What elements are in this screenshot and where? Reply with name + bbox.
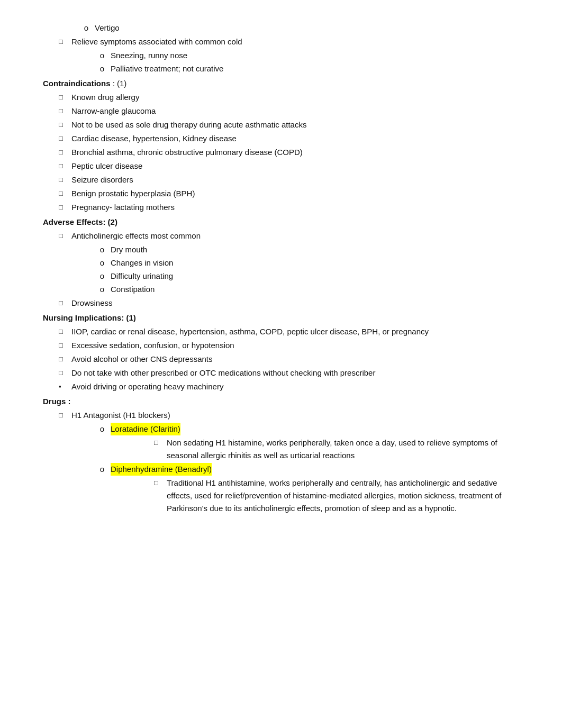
item-text: Changes in vision <box>111 257 173 269</box>
nursing-list: □ IIOP, cardiac or renal disease, hypert… <box>43 325 519 393</box>
top-section: o Vertigo <box>43 22 519 34</box>
list-item: □ Excessive sedation, confusion, or hypo… <box>59 339 519 352</box>
list-item: □ Relieve symptoms associated with commo… <box>59 35 519 48</box>
list-item: o Sneezing, runny nose <box>96 49 519 62</box>
bullet-symbol: □ <box>59 133 69 144</box>
item-text: Palliative treatment; not curative <box>111 62 223 75</box>
section-suffix: : (1) <box>111 79 127 88</box>
list-item: □ Peptic ulcer disease <box>59 160 519 172</box>
bullet-symbol: □ <box>59 410 69 421</box>
list-item: o Vertigo <box>80 22 519 34</box>
diphenhydramine-desc: □ Traditional H1 antihistamine, works pe… <box>96 477 519 515</box>
bullet-symbol: □ <box>59 298 69 309</box>
item-text: Sneezing, runny nose <box>111 49 187 62</box>
bullet-symbol: □ <box>59 106 69 117</box>
item-text: IIOP, cardiac or renal disease, hyperten… <box>71 325 519 338</box>
relieve-section: □ Relieve symptoms associated with commo… <box>43 35 519 75</box>
section-header: Nursing Implications: (1) <box>43 313 136 322</box>
drug-name-loratadine: Loratadine (Claritin) <box>111 423 180 435</box>
item-text: H1 Antagonist (H1 blockers) <box>71 409 519 422</box>
item-text: Vertigo <box>95 22 120 34</box>
list-item: □ Traditional H1 antihistamine, works pe… <box>154 477 519 515</box>
section-header: Adverse Effects: (2) <box>43 217 117 226</box>
list-item: o Difficulty urinating <box>96 270 519 283</box>
main-content: o Vertigo □ Relieve symptoms associated … <box>43 22 519 515</box>
item-text: Drowsiness <box>71 297 519 310</box>
item-text: Relieve symptoms associated with common … <box>71 35 519 48</box>
bullet-symbol: □ <box>59 326 69 338</box>
sub-items: o Sneezing, runny nose o Palliative trea… <box>59 49 519 75</box>
item-text: Bronchial asthma, chronic obstructive pu… <box>71 146 519 159</box>
adverse-effects-list: □ Anticholinergic effects most common o … <box>43 230 519 310</box>
loratadine-desc: □ Non sedating H1 histamine, works perip… <box>96 436 519 462</box>
list-item: o Palliative treatment; not curative <box>96 62 519 75</box>
list-item: □ Do not take with other prescribed or O… <box>59 367 519 379</box>
item-text: Seizure disorders <box>71 174 519 186</box>
drug-name-diphenhydramine: Diphenhydramine (Benadryl) <box>111 463 212 476</box>
drugs-header: Drugs : <box>43 397 71 406</box>
item-text: Traditional H1 antihistamine, works peri… <box>167 477 519 515</box>
item-text: Non sedating H1 histamine, works periphe… <box>167 436 519 462</box>
nursing-implications-section: Nursing Implications: (1) □ IIOP, cardia… <box>43 312 519 393</box>
item-text: Excessive sedation, confusion, or hypote… <box>71 339 519 352</box>
item-text: Constipation <box>111 283 155 296</box>
item-text: Avoid alcohol or other CNS depressants <box>71 353 519 366</box>
bullet-o: o <box>96 49 108 62</box>
bullet-symbol: ▪ <box>59 381 69 393</box>
item-text: Do not take with other prescribed or OTC… <box>71 367 519 379</box>
list-item: o Dry mouth <box>96 243 519 256</box>
list-item: o Constipation <box>96 283 519 296</box>
list-item: o Changes in vision <box>96 257 519 269</box>
item-text: Narrow-angle glaucoma <box>71 105 519 117</box>
list-item: □ Bronchial asthma, chronic obstructive … <box>59 146 519 159</box>
item-text: Not to be used as sole drug therapy duri… <box>71 119 519 131</box>
list-item: □ Avoid alcohol or other CNS depressants <box>59 353 519 366</box>
item-text: Pregnancy- lactating mothers <box>71 201 519 214</box>
drugs-section: Drugs : □ H1 Antagonist (H1 blockers) o … <box>43 395 519 515</box>
bullet-o: o <box>96 243 108 256</box>
list-item: □ Known drug allergy <box>59 91 519 104</box>
bullet-o: o <box>96 463 108 476</box>
list-item: □ Seizure disorders <box>59 174 519 186</box>
h1-antagonist-list: o Loratadine (Claritin) □ Non sedating H… <box>59 423 519 515</box>
item-text: Avoid driving or operating heavy machine… <box>71 380 519 393</box>
item-text: Difficulty urinating <box>111 270 173 283</box>
bullet-symbol: □ <box>59 354 69 365</box>
list-item: □ Non sedating H1 histamine, works perip… <box>154 436 519 462</box>
bullet-symbol: □ <box>59 231 69 242</box>
contraindications-section: Contraindications : (1) □ Known drug all… <box>43 77 519 214</box>
adverse-effects-section: Adverse Effects: (2) □ Anticholinergic e… <box>43 216 519 310</box>
bullet-o: o <box>80 22 93 34</box>
item-text: Dry mouth <box>111 243 147 256</box>
list-item: ▪ Avoid driving or operating heavy machi… <box>59 380 519 393</box>
bullet-o: o <box>96 283 108 296</box>
item-text: Known drug allergy <box>71 91 519 104</box>
item-text: Anticholinergic effects most common <box>71 230 519 242</box>
bullet-symbol: □ <box>59 37 69 48</box>
section-header: Contraindications <box>43 79 111 88</box>
list-item: □ Benign prostatic hyperplasia (BPH) <box>59 187 519 200</box>
list-item: □ Cardiac disease, hypertension, Kidney … <box>59 132 519 145</box>
bullet-symbol: □ <box>154 478 165 489</box>
bullet-symbol: □ <box>59 368 69 379</box>
bullet-o: o <box>96 257 108 269</box>
list-item: o Loratadine (Claritin) <box>96 423 519 435</box>
bullet-symbol: □ <box>59 92 69 103</box>
bullet-o: o <box>96 270 108 283</box>
anticholinergic-sub: o Dry mouth o Changes in vision o Diffic… <box>59 243 519 296</box>
bullet-symbol: □ <box>59 202 69 213</box>
bullet-symbol: □ <box>59 147 69 158</box>
bullet-o: o <box>96 62 108 75</box>
bullet-symbol: □ <box>59 340 69 351</box>
list-item: □ Narrow-angle glaucoma <box>59 105 519 117</box>
list-item: □ IIOP, cardiac or renal disease, hypert… <box>59 325 519 338</box>
bullet-symbol: □ <box>59 175 69 186</box>
list-item: □ H1 Antagonist (H1 blockers) <box>59 409 519 422</box>
item-text: Benign prostatic hyperplasia (BPH) <box>71 187 519 200</box>
list-item: □ Drowsiness <box>59 297 519 310</box>
list-item: □ Not to be used as sole drug therapy du… <box>59 119 519 131</box>
contraindications-list: □ Known drug allergy □ Narrow-angle glau… <box>43 91 519 214</box>
item-text: Peptic ulcer disease <box>71 160 519 172</box>
bullet-symbol: □ <box>59 161 69 172</box>
bullet-o: o <box>96 423 108 435</box>
